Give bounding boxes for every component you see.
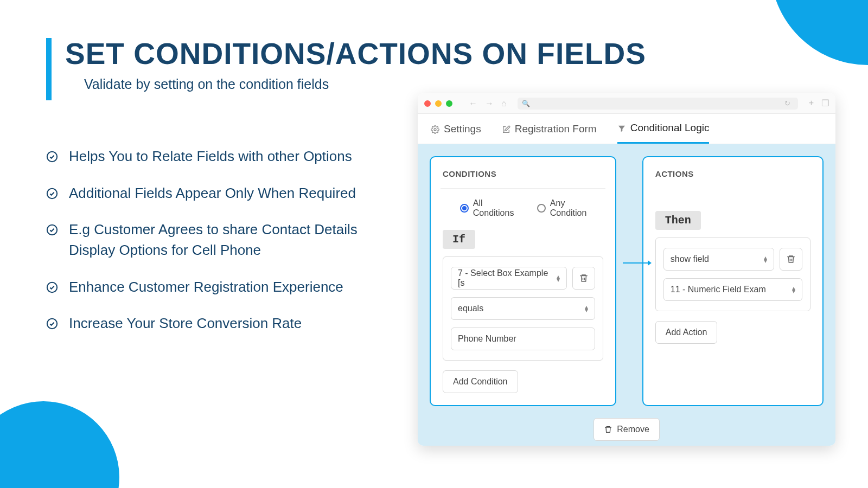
page-subtitle: Validate by setting on the condition fie… [84, 76, 646, 92]
remove-rule-button[interactable]: Remove [593, 418, 660, 441]
bullet-text: E.g Customer Agrees to share Contact Det… [69, 220, 393, 260]
condition-rule-box: 7 - Select Box Example [s ▴▾ equals ▴▾ [443, 256, 603, 361]
button-label: Add Condition [453, 377, 508, 387]
window-traffic-lights [424, 100, 452, 107]
actions-panel: ACTIONS Then show field ▴▾ [642, 156, 824, 406]
browser-toolbar: ← → ⌂ 🔍 ↻ + ❐ [418, 93, 835, 114]
tab-label: Settings [444, 123, 481, 135]
svg-point-5 [434, 129, 436, 131]
delete-action-button[interactable] [780, 248, 802, 271]
chevron-updown-icon: ▴▾ [585, 305, 588, 312]
new-tab-icon[interactable]: + [809, 98, 814, 108]
heading-accent-bar [46, 38, 52, 100]
back-icon[interactable]: ← [469, 99, 477, 108]
maximize-window-icon[interactable] [446, 100, 452, 107]
condition-value-input[interactable]: Phone Number [451, 328, 595, 350]
conditions-panel: CONDITIONS All Conditions Any Condition … [430, 156, 616, 406]
app-tab-bar: Settings Registration Form Conditional L… [418, 114, 835, 144]
tabs-icon[interactable]: ❐ [821, 98, 829, 108]
radio-icon [460, 204, 469, 213]
check-circle-icon [46, 224, 58, 236]
page-heading-block: SET CONDITIONS/ACTIONS ON FIELDS Validat… [46, 38, 646, 100]
gear-icon [431, 125, 439, 133]
button-label: Remove [617, 425, 649, 434]
chevron-updown-icon: ▴▾ [764, 256, 767, 262]
radio-any-condition[interactable]: Any Condition [537, 198, 603, 218]
list-item: Additional Fields Appear Only When Requi… [46, 183, 393, 204]
search-icon: 🔍 [522, 100, 530, 107]
forward-icon[interactable]: → [485, 99, 494, 108]
select-value: 7 - Select Box Example [s [458, 268, 557, 288]
tab-conditional-logic[interactable]: Conditional Logic [617, 114, 710, 144]
bullet-text: Helps You to Relate Fields with other Op… [69, 146, 352, 167]
list-item: Enhance Customer Registration Experience [46, 277, 393, 298]
action-rule-box: show field ▴▾ 11 - Numeric Field Exam ▴▾ [655, 237, 810, 311]
then-keyword: Then [655, 211, 701, 230]
button-label: Add Action [666, 328, 707, 337]
chevron-updown-icon: ▴▾ [557, 275, 560, 281]
condition-field-select[interactable]: 7 - Select Box Example [s ▴▾ [451, 267, 567, 290]
edit-icon [502, 125, 510, 133]
tab-registration-form[interactable]: Registration Form [502, 114, 597, 144]
browser-window: ← → ⌂ 🔍 ↻ + ❐ Settings Registration Form [418, 93, 835, 446]
check-circle-icon [46, 151, 58, 163]
conditions-title: CONDITIONS [443, 169, 603, 178]
refresh-icon[interactable]: ↻ [784, 99, 790, 107]
filter-icon [617, 124, 626, 132]
delete-condition-button[interactable] [572, 267, 595, 290]
home-icon[interactable]: ⌂ [501, 99, 507, 108]
action-target-select[interactable]: 11 - Numeric Field Exam ▴▾ [663, 278, 802, 301]
address-bar[interactable]: 🔍 ↻ [518, 98, 798, 110]
rules-workspace: CONDITIONS All Conditions Any Condition … [418, 144, 835, 446]
bullet-text: Additional Fields Appear Only When Requi… [69, 183, 356, 204]
input-value: Phone Number [458, 334, 516, 344]
condition-mode-radios: All Conditions Any Condition [460, 198, 603, 218]
add-action-button[interactable]: Add Action [655, 321, 718, 344]
page-title: SET CONDITIONS/ACTIONS ON FIELDS [65, 38, 646, 69]
decor-blob-top-right [770, 0, 868, 65]
radio-icon [537, 204, 546, 213]
radio-label: All Conditions [473, 198, 525, 218]
list-item: Helps You to Relate Fields with other Op… [46, 146, 393, 167]
if-keyword: If [443, 230, 475, 249]
list-item: E.g Customer Agrees to share Contact Det… [46, 220, 393, 260]
radio-label: Any Condition [550, 198, 603, 218]
select-value: 11 - Numeric Field Exam [671, 285, 766, 294]
check-circle-icon [46, 281, 58, 293]
radio-all-conditions[interactable]: All Conditions [460, 198, 525, 218]
decor-blob-bottom-left [0, 401, 119, 488]
divider [441, 188, 605, 189]
action-type-select[interactable]: show field ▴▾ [663, 248, 774, 271]
condition-operator-select[interactable]: equals ▴▾ [451, 297, 595, 320]
select-value: equals [458, 304, 483, 313]
check-circle-icon [46, 318, 58, 330]
minimize-window-icon[interactable] [435, 100, 442, 107]
select-value: show field [671, 254, 709, 264]
tab-label: Registration Form [515, 123, 597, 135]
bullet-text: Enhance Customer Registration Experience [69, 277, 343, 298]
check-circle-icon [46, 188, 58, 200]
tab-label: Conditional Logic [630, 122, 710, 134]
bullet-text: Increase Your Store Conversion Rate [69, 313, 302, 334]
add-condition-button[interactable]: Add Condition [443, 370, 518, 393]
feature-bullet-list: Helps You to Relate Fields with other Op… [46, 146, 393, 350]
chevron-updown-icon: ▴▾ [792, 286, 795, 293]
actions-title: ACTIONS [655, 169, 810, 178]
tab-settings[interactable]: Settings [431, 114, 481, 144]
list-item: Increase Your Store Conversion Rate [46, 313, 393, 334]
close-window-icon[interactable] [424, 100, 431, 107]
